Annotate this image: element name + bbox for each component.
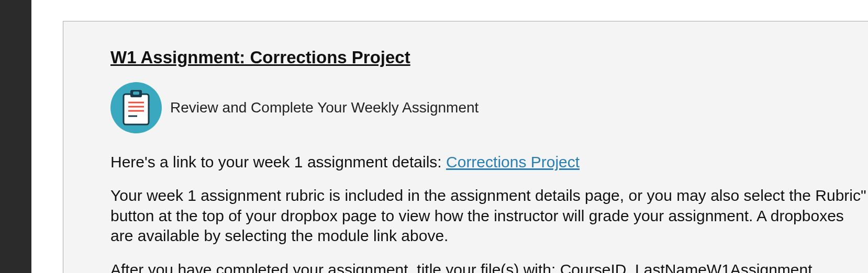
- assignment-link[interactable]: Corrections Project: [446, 153, 580, 170]
- paragraph-rubric: Your week 1 assignment rubric is include…: [110, 186, 868, 246]
- subheading-text: Review and Complete Your Weekly Assignme…: [170, 99, 478, 116]
- svg-rect-0: [124, 94, 149, 124]
- content-column: W1 Assignment: Corrections Project Revie…: [63, 0, 868, 273]
- sidebar-strip: [0, 0, 31, 273]
- gutter: [31, 0, 63, 273]
- clipboard-icon: [110, 82, 162, 133]
- subheading-row: Review and Complete Your Weekly Assignme…: [110, 82, 868, 133]
- svg-rect-2: [133, 92, 139, 95]
- assignment-heading: W1 Assignment: Corrections Project: [110, 48, 868, 67]
- paragraph-filename: After you have completed your assignment…: [110, 260, 868, 273]
- content-panel: W1 Assignment: Corrections Project Revie…: [63, 21, 868, 273]
- link-intro-text: Here's a link to your week 1 assignment …: [110, 153, 446, 170]
- page-root: W1 Assignment: Corrections Project Revie…: [0, 0, 868, 273]
- top-whitespace: [63, 0, 868, 21]
- paragraph-link-intro: Here's a link to your week 1 assignment …: [110, 152, 868, 172]
